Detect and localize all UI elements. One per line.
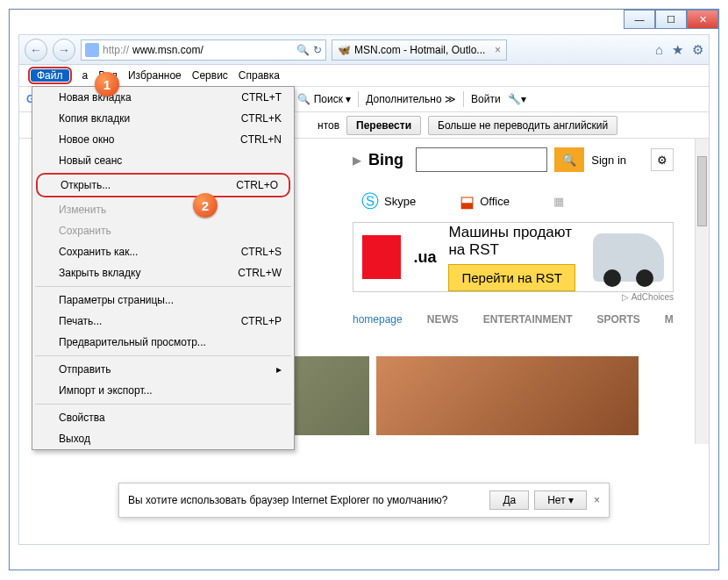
menu-separator	[35, 355, 291, 356]
file-menu-dropdown: Новая вкладкаCTRL+T Копия вкладкиCTRL+K …	[32, 86, 295, 450]
google-signin-btn[interactable]: Войти	[471, 93, 501, 105]
menu-new-window[interactable]: Новое окноCTRL+N	[32, 129, 294, 150]
dialog-no-button[interactable]: Нет ▾	[534, 490, 587, 510]
home-icon[interactable]: ⌂	[655, 42, 663, 58]
menu-edit: Изменить	[32, 199, 294, 220]
browser-frame: ← → http://www.msn.com/ 🔍 ↻ 🦋 MSN.com - …	[18, 34, 710, 545]
msn-settings-icon[interactable]: ⚙	[651, 148, 674, 171]
rst-ad-banner[interactable]: .ua Машины продают на RST Перейти на RST	[353, 222, 674, 292]
menu-edit-fragment[interactable]: а	[82, 69, 89, 82]
titlebar-controls: — ☐ ✕	[624, 10, 718, 29]
tab-close-icon[interactable]: ×	[495, 44, 501, 56]
more-apps[interactable]: ▦	[553, 195, 564, 208]
menu-help[interactable]: Справка	[239, 69, 280, 82]
ie-window: — ☐ ✕ ← → http://www.msn.com/ 🔍 ↻ 🦋 MSN.…	[9, 9, 719, 570]
browser-tab[interactable]: 🦋 MSN.com - Hotmail, Outlo... ×	[332, 39, 507, 61]
callout-1: 1	[95, 72, 119, 97]
site-icon	[85, 43, 99, 57]
minimize-button[interactable]: —	[624, 10, 655, 29]
menu-save-as[interactable]: Сохранить как...CTRL+S	[32, 241, 294, 262]
office-icon: ⬓	[460, 192, 475, 211]
menu-file[interactable]: Файл	[28, 67, 72, 84]
adchoices-link[interactable]: ▷ AdChoices	[353, 292, 674, 302]
menubar: Файл а Вид Избранное Сервис Справка	[19, 65, 709, 86]
url-text: www.msn.com/	[132, 44, 203, 56]
menu-separator	[35, 286, 291, 287]
menu-print-preview[interactable]: Предварительный просмотр...	[32, 332, 294, 353]
tools-icon[interactable]: ⚙	[692, 42, 703, 58]
hero-image-2[interactable]	[376, 356, 639, 435]
dialog-close-icon[interactable]: ×	[594, 494, 600, 506]
dialog-text: Вы хотите использовать браузер Internet …	[128, 494, 484, 506]
skype-link[interactable]: ⓈSkype	[361, 190, 416, 213]
tab-homepage[interactable]: homepage	[353, 313, 403, 326]
wrench-icon[interactable]: 🔧▾	[508, 93, 526, 105]
dialog-yes-button[interactable]: Да	[489, 490, 529, 510]
menu-exit[interactable]: Выход	[32, 428, 294, 449]
tab-news[interactable]: NEWS	[427, 313, 459, 326]
scrollbar-thumb[interactable]	[697, 156, 707, 226]
rst-domain: .ua	[413, 248, 436, 267]
menu-send[interactable]: Отправить▸	[32, 359, 294, 380]
rst-slogan: Машины продают на RST	[448, 224, 580, 259]
menu-favorites[interactable]: Избранное	[128, 69, 182, 82]
address-bar[interactable]: http://www.msn.com/ 🔍 ↻	[81, 39, 326, 61]
tab-title: MSN.com - Hotmail, Outlo...	[354, 44, 485, 56]
bing-label: Bing	[368, 151, 403, 169]
msn-nav-tabs: homepage NEWS ENTERTAINMENT SPORTS M ›	[353, 309, 674, 330]
menu-separator	[35, 404, 291, 405]
forward-button[interactable]: →	[53, 39, 75, 61]
callout-2: 2	[193, 193, 218, 218]
menu-save: Сохранить	[32, 220, 294, 241]
menu-page-setup[interactable]: Параметры страницы...	[32, 290, 294, 311]
back-button[interactable]: ←	[25, 39, 47, 61]
default-browser-dialog: Вы хотите использовать браузер Internet …	[118, 483, 610, 518]
apps-row: ⓈSkype ⬓Office ▦	[361, 190, 674, 213]
bing-row: ▸ Bing 🔍 Sign in ⚙	[353, 147, 674, 172]
tab-entertainment[interactable]: ENTERTAINMENT	[483, 313, 573, 326]
maximize-button[interactable]: ☐	[655, 10, 687, 29]
msn-signin-link[interactable]: Sign in	[591, 154, 626, 167]
submenu-arrow-icon: ▸	[276, 363, 282, 376]
skype-icon: Ⓢ	[361, 190, 379, 213]
menu-new-tab[interactable]: Новая вкладкаCTRL+T	[32, 87, 294, 108]
never-translate-button[interactable]: Больше не переводить английский	[428, 116, 617, 135]
rst-logo	[362, 235, 401, 279]
menu-open[interactable]: Открыть...CTRL+O	[36, 173, 290, 197]
search-icon[interactable]: 🔍	[296, 44, 310, 56]
nav-row: ← → http://www.msn.com/ 🔍 ↻ 🦋 MSN.com - …	[19, 35, 709, 65]
menu-tools[interactable]: Сервис	[192, 69, 228, 82]
menu-properties[interactable]: Свойства	[32, 407, 294, 428]
refresh-icon[interactable]: ↻	[313, 44, 322, 56]
tab-favicon: 🦋	[338, 44, 351, 56]
bing-search-button[interactable]: 🔍	[554, 147, 584, 172]
bing-search-input[interactable]	[416, 147, 547, 172]
menu-import-export[interactable]: Импорт и экспорт...	[32, 380, 294, 401]
favorites-icon[interactable]: ★	[672, 42, 683, 58]
menu-duplicate-tab[interactable]: Копия вкладкиCTRL+K	[32, 108, 294, 129]
url-prefix: http://	[103, 44, 129, 56]
translate-fragment: нтов	[318, 119, 339, 132]
bing-logo-icon: ▸	[353, 149, 361, 170]
vertical-scrollbar[interactable]	[695, 139, 709, 444]
translate-button[interactable]: Перевести	[346, 116, 421, 135]
google-more-btn[interactable]: Дополнительно ≫	[366, 93, 456, 105]
close-button[interactable]: ✕	[687, 10, 718, 29]
menu-new-session[interactable]: Новый сеанс	[32, 150, 294, 171]
google-search-btn[interactable]: 🔍 Поиск ▾	[297, 93, 351, 105]
tab-more-fragment[interactable]: M	[665, 313, 674, 326]
menu-print[interactable]: Печать...CTRL+P	[32, 311, 294, 332]
car-image	[593, 233, 664, 282]
nav-icons: ⌂ ★ ⚙	[655, 42, 703, 58]
rst-cta-button[interactable]: Перейти на RST	[448, 264, 575, 291]
tab-sports[interactable]: SPORTS	[597, 313, 640, 326]
menu-close-tab[interactable]: Закрыть вкладкуCTRL+W	[32, 262, 294, 283]
office-link[interactable]: ⬓Office	[460, 192, 510, 211]
